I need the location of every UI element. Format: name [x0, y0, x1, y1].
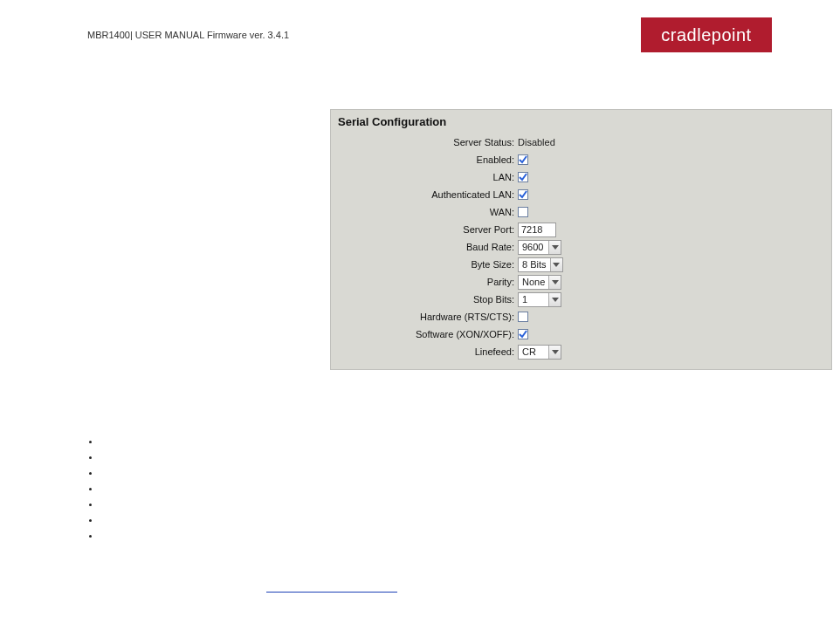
form-row: Byte Size:8 Bits — [338, 256, 823, 273]
form-label: WAN: — [338, 207, 518, 217]
form-row: Stop Bits:1 — [338, 291, 823, 308]
form-label: Linefeed: — [338, 346, 518, 357]
checkbox[interactable] — [518, 329, 528, 339]
form-row: Enabled: — [338, 151, 823, 168]
form-row: Parity:None — [338, 273, 823, 291]
select-value: 1 — [519, 294, 548, 305]
checkbox[interactable] — [518, 154, 528, 165]
form-label: Hardware (RTS/CTS): — [338, 312, 518, 322]
brand-logo: cradlepoint — [641, 17, 772, 52]
checkbox[interactable] — [518, 172, 528, 182]
select[interactable]: CR — [518, 345, 561, 360]
form-value: 9600 — [518, 240, 561, 255]
form-value — [518, 189, 528, 200]
form-value — [518, 172, 528, 182]
chevron-down-icon[interactable] — [548, 241, 561, 254]
checkbox[interactable] — [518, 312, 528, 322]
form-row: Authenticated LAN: — [338, 186, 823, 203]
select[interactable]: None — [518, 275, 561, 290]
select[interactable]: 1 — [518, 292, 561, 307]
chevron-down-icon[interactable] — [550, 258, 562, 271]
panel-title: Serial Configuration — [338, 115, 823, 128]
chevron-down-icon[interactable] — [548, 276, 561, 289]
form-row: Software (XON/XOFF): — [338, 325, 823, 343]
form-label: Stop Bits: — [338, 294, 518, 305]
form-value: CR — [518, 345, 561, 360]
form-row: Baud Rate:9600 — [338, 238, 823, 256]
form-label: Baud Rate: — [338, 242, 518, 252]
form-label: LAN: — [338, 172, 518, 182]
form-row: WAN: — [338, 203, 823, 221]
form-value — [518, 329, 528, 339]
form-value — [518, 154, 528, 165]
hyperlink[interactable] — [266, 592, 397, 593]
form-value: 1 — [518, 292, 561, 307]
chevron-down-icon[interactable] — [548, 346, 561, 359]
form-label: Parity: — [338, 277, 518, 287]
form-label: Software (XON/XOFF): — [338, 329, 518, 339]
form-row: Server Status:Disabled — [338, 134, 823, 151]
status-text: Disabled — [518, 137, 555, 147]
form-label: Authenticated LAN: — [338, 189, 518, 200]
form-label: Enabled: — [338, 154, 518, 165]
form-row: Linefeed:CR — [338, 343, 823, 360]
form-label: Server Port: — [338, 224, 518, 235]
select-value: 8 Bits — [519, 259, 550, 270]
form-value: 8 Bits — [518, 257, 563, 272]
checkbox[interactable] — [518, 189, 528, 200]
form-row: Server Port: — [338, 221, 823, 238]
select-value: CR — [519, 346, 548, 357]
checkbox[interactable] — [518, 207, 528, 217]
form-label: Server Status: — [338, 137, 518, 147]
page-header: MBR1400| USER MANUAL Firmware ver. 3.4.1… — [87, 17, 772, 52]
form-row: LAN: — [338, 168, 823, 186]
text-input[interactable] — [518, 223, 556, 237]
form-value — [518, 312, 528, 322]
form-value — [518, 207, 528, 217]
select[interactable]: 8 Bits — [518, 257, 563, 272]
form-value: Disabled — [518, 137, 555, 147]
chevron-down-icon[interactable] — [548, 293, 561, 306]
select[interactable]: 9600 — [518, 240, 561, 255]
form-row: Hardware (RTS/CTS): — [338, 308, 823, 325]
form-value — [518, 223, 556, 237]
select-value: None — [519, 277, 548, 287]
form-label: Byte Size: — [338, 259, 518, 270]
form-value: None — [518, 275, 561, 290]
serial-config-panel: Serial Configuration Server Status:Disab… — [330, 109, 832, 370]
select-value: 9600 — [519, 242, 548, 252]
